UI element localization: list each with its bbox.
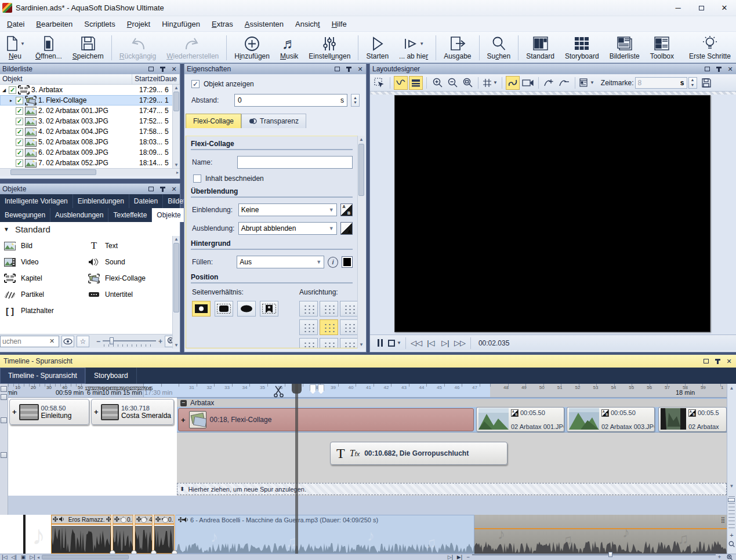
image-clip[interactable]: AB00:05.50 02 Arbatax 001.JPG	[476, 407, 564, 432]
track-tool-icon[interactable]	[1, 417, 7, 423]
pause-icon[interactable]	[374, 337, 386, 350]
name-input[interactable]	[237, 156, 353, 169]
align-option-3[interactable]	[340, 301, 358, 317]
save-view-icon[interactable]	[699, 76, 713, 90]
list-item-sound[interactable]: Sound	[88, 254, 172, 270]
einstellungen-button[interactable]: Einstellungen	[303, 33, 356, 63]
bilderliste-button[interactable]: Bilderliste	[604, 33, 645, 63]
preview-canvas[interactable]	[394, 95, 710, 332]
chapter-clip-costa-smeralda[interactable]: + 16:30.718 Costa Smeralda	[91, 399, 174, 425]
objekte-vscrollbar[interactable]: ▲▼	[172, 236, 180, 348]
text-clip[interactable]: T Tfx 00:10.682, Die Gorropuschlucht	[330, 442, 507, 465]
wiederherstellen-button[interactable]: Wiederherstellen	[161, 33, 224, 63]
zoom-out-icon[interactable]	[445, 76, 459, 90]
align-option-9[interactable]	[340, 338, 358, 348]
info-icon[interactable]: i	[328, 257, 338, 268]
align-option-5[interactable]	[320, 319, 338, 335]
list-item-bild[interactable]: Bild	[3, 238, 88, 254]
tree-expander-icon[interactable]: ▸	[8, 98, 14, 103]
track-height-slider[interactable]	[728, 493, 735, 528]
hinzufuegen-button[interactable]: Hinzufügen	[229, 33, 275, 63]
abstand-input[interactable]: 0 s	[234, 94, 347, 107]
restore-icon[interactable]	[702, 358, 709, 365]
favorites-star-button[interactable]: ☆	[77, 336, 89, 347]
erste-schritte-button[interactable]: Erste Schritte	[684, 33, 736, 63]
speichern-button[interactable]: Speichern	[67, 33, 109, 63]
zoom-fit-icon[interactable]	[461, 76, 474, 90]
arbatax-group-header[interactable]: − Arbatax	[177, 398, 727, 407]
tree-expander-icon[interactable]: ◢	[1, 88, 7, 93]
scroll-up-icon[interactable]: ▲	[727, 386, 736, 391]
list-item-text[interactable]: TText	[88, 238, 172, 254]
list-item-video[interactable]: Video	[3, 254, 88, 270]
fade-handle[interactable]	[121, 517, 126, 523]
fade-handle[interactable]	[162, 517, 168, 523]
bilderliste-vscrollbar[interactable]: ▲▼	[172, 85, 180, 168]
chevron-down-icon[interactable]: ▼	[419, 41, 424, 46]
fade-handle[interactable]	[141, 517, 147, 523]
zoom-in-icon[interactable]: +	[158, 337, 162, 346]
tab-bewegungen[interactable]: Bewegungen	[0, 208, 50, 222]
audio-clip-eros[interactable]: Eros Ramazz.	[51, 515, 111, 554]
eigenschaften-scrollbar[interactable]: ▲ ▼	[357, 136, 365, 348]
pin-icon[interactable]	[715, 66, 722, 72]
search-input[interactable]: ✕	[0, 336, 59, 347]
table-row[interactable]: ✓4. 02 Arbatax 004.JPG17:58...5	[0, 126, 180, 137]
restore-icon[interactable]	[704, 66, 710, 72]
tab-transparenz[interactable]: Transparenz	[241, 114, 306, 128]
image-clip[interactable]: AB00:05.50 02 Arbatax 003.JPG	[567, 407, 655, 432]
aspect-option-2[interactable]	[215, 301, 233, 317]
ausblendung-select[interactable]: Abrupt abblenden▼	[238, 222, 337, 235]
tab-ausblendungen[interactable]: Ausblendungen	[50, 208, 108, 222]
abstand-spinner[interactable]: ▲▼	[351, 94, 360, 107]
align-option-4[interactable]	[299, 319, 318, 335]
rewind-icon[interactable]: ◁◁	[410, 337, 423, 350]
audio-clip-continuation[interactable]: ⣿ ♪ ♫ ♪ ♫	[474, 515, 727, 554]
close-icon[interactable]: ✕	[171, 186, 177, 192]
pin-icon[interactable]	[159, 66, 166, 72]
next-frame-icon[interactable]: ▷|	[439, 337, 452, 350]
column-dauer[interactable]: Daue	[158, 74, 180, 84]
table-row[interactable]: ✓5. 02 Arbatax 008.JPG18:03...5	[0, 137, 180, 147]
close-icon[interactable]: ✕	[726, 358, 733, 365]
close-icon[interactable]: ✕	[357, 66, 364, 72]
aspect-option-1[interactable]	[192, 301, 211, 317]
skip-icon[interactable]: ▷|	[445, 554, 455, 560]
pin-icon[interactable]	[159, 186, 166, 192]
timeline-hscroll-thumb[interactable]	[42, 555, 129, 559]
next-icon[interactable]: ▷|	[28, 554, 37, 560]
expand-icon[interactable]: +	[181, 416, 186, 424]
expand-icon[interactable]: +	[12, 408, 17, 416]
suchen-button[interactable]: Suchen	[482, 33, 516, 63]
restore-icon[interactable]	[333, 66, 340, 72]
camera-pan-icon[interactable]	[521, 76, 535, 90]
zoom-in-icon[interactable]: +	[727, 532, 736, 539]
starten-button[interactable]: Starten	[361, 33, 394, 63]
list-item-flexi-collage[interactable]: Flexi-Collage	[88, 270, 172, 286]
transition-ab-icon[interactable]: AB	[601, 409, 609, 417]
tab-texteffekte[interactable]: Texteffekte	[108, 208, 152, 222]
item-checkbox[interactable]: ✓	[16, 128, 23, 136]
track-tool-icon[interactable]	[1, 386, 7, 392]
add-keyframe-icon[interactable]	[542, 76, 556, 90]
pin-icon[interactable]	[714, 358, 721, 365]
list-item-partikel[interactable]: Partikel	[3, 286, 88, 303]
item-checkbox[interactable]: ✓	[16, 107, 23, 115]
fuellen-select[interactable]: Aus▼	[237, 256, 324, 268]
restore-icon[interactable]	[147, 186, 154, 192]
item-checkbox[interactable]: ✓	[16, 159, 23, 167]
reset-zoom-icon[interactable]	[727, 541, 736, 549]
align-option-2[interactable]	[320, 301, 338, 317]
bilderliste-hscrollbar[interactable]: ▸	[0, 168, 180, 176]
menu-item-ansicht[interactable]: Ansicht	[289, 17, 326, 31]
frame-icon[interactable]: ▣	[19, 554, 28, 560]
table-row[interactable]: ▸✓1. Flexi-Collage17:29...1	[0, 95, 180, 106]
tab-timeline---spuransicht[interactable]: Timeline - Spuransicht	[0, 368, 86, 384]
item-checkbox[interactable]: ✓	[16, 97, 23, 104]
layers-icon[interactable]	[409, 76, 423, 90]
motion-path-icon[interactable]	[506, 76, 520, 90]
objekte-section-standard[interactable]: ▼Standard	[0, 222, 180, 237]
restore-icon[interactable]	[147, 66, 154, 72]
list-item-untertitel[interactable]: Untertitel	[88, 286, 172, 303]
align-option-6[interactable]	[340, 319, 358, 335]
